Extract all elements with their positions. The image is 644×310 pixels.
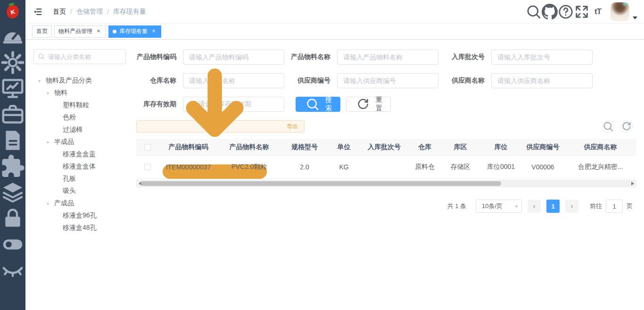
dashboard-icon[interactable]	[0, 24, 25, 50]
table-header-cell: 供应商编号	[521, 139, 564, 155]
tree-node[interactable]: ▾色粉	[33, 111, 134, 124]
close-tab-icon[interactable]: ×	[95, 28, 102, 35]
fullscreen-icon[interactable]	[574, 4, 590, 20]
search-icon[interactable]	[526, 4, 542, 20]
caret-down-icon	[633, 17, 637, 19]
export-button[interactable]: 导出	[136, 120, 305, 133]
tab-label: 库存现有量	[119, 27, 148, 35]
tab-inventory-on-hand[interactable]: 库存现有量×	[108, 25, 161, 38]
work-area: 产品物料编码产品物料名称入库批次号仓库名称供应商编号供应商名称库存有效期请选择库…	[134, 40, 644, 310]
breadcrumb: 首页/仓储管理/库存现有量	[53, 8, 146, 16]
tab-label: 物料产品管理	[58, 27, 92, 35]
tree-node[interactable]: ▾半成品	[33, 136, 134, 148]
tree-node[interactable]: ▾物料	[33, 87, 134, 99]
table-cell: V00006	[521, 156, 564, 178]
inventory-table: 产品物料编码产品物料名称规格型号单位入库批次号仓库库区库位供应商编号供应商名称 …	[136, 139, 636, 187]
row-select-cell	[136, 156, 159, 178]
category-tree-panel: ▾物料及产品分类▾物料▾塑料颗粒▾色粉▾过滤棉▾半成品▾移液盒盒盖▾移液盒盒体▾…	[25, 40, 134, 310]
filter-label-supplier-code: 供应商编号	[290, 76, 330, 85]
puzzle-icon[interactable]	[0, 153, 25, 179]
tab-material-product-management[interactable]: 物料产品管理×	[54, 25, 106, 38]
tree-node[interactable]: ▾移液盒48孔	[33, 222, 134, 234]
page-size-select[interactable]: 10条/页 ▾	[476, 200, 522, 213]
settings-gear-icon[interactable]	[0, 50, 25, 75]
tree-node[interactable]: ▾移液盒盒盖	[33, 148, 134, 160]
user-menu[interactable]	[611, 2, 637, 21]
tree-node[interactable]: ▾孔板	[33, 173, 134, 185]
page-size-value: 10条/页	[482, 202, 503, 210]
chevron-down-icon: ▾	[515, 203, 518, 209]
refresh-table-button[interactable]	[620, 120, 633, 133]
category-search-input[interactable]	[33, 49, 126, 64]
tree-expand-arrow-icon[interactable]: ▾	[47, 140, 54, 145]
search-button-label: 搜索	[324, 96, 333, 113]
tree-node[interactable]: ▾塑料颗粒	[33, 99, 134, 111]
page-number-button[interactable]: 1	[546, 200, 560, 213]
scroll-right-arrow-icon[interactable]	[629, 180, 636, 187]
filter-input-inbound-batch-no[interactable]	[491, 50, 593, 65]
row-checkbox[interactable]	[144, 164, 151, 170]
search-button[interactable]: 搜索	[296, 97, 340, 112]
breadcrumb-item[interactable]: 首页	[53, 8, 66, 16]
user-avatar[interactable]	[611, 2, 629, 21]
tab-home[interactable]: 首页	[32, 25, 52, 38]
page-unit-label: 页	[627, 202, 633, 210]
tree-node[interactable]: ▾物料及产品分类	[33, 75, 134, 87]
table-cell: 合肥龙兴精密...	[564, 156, 636, 178]
toggle-icon[interactable]	[0, 231, 25, 257]
goto-label: 前往	[590, 202, 602, 210]
filter-input-product-material-name[interactable]	[337, 50, 438, 65]
github-icon[interactable]	[542, 4, 558, 20]
lock-icon[interactable]	[0, 205, 25, 231]
table-header-cell: 库区	[440, 139, 480, 155]
tree-node-label: 移液盒48孔	[63, 224, 97, 232]
monitor-chart-icon[interactable]	[0, 75, 25, 101]
font-size-icon[interactable]: tT	[590, 4, 606, 20]
filter-input-supplier-code[interactable]	[337, 73, 438, 88]
select-all-checkbox[interactable]	[144, 144, 151, 151]
tree-node[interactable]: ▾产成品	[33, 197, 134, 209]
briefcase-icon[interactable]	[0, 101, 25, 127]
tree-node-label: 色粉	[63, 113, 76, 122]
tree-node-label: 物料	[54, 89, 67, 97]
filter-field-inbound-batch-no: 入库批次号	[445, 50, 593, 65]
font-size-glyph: tT	[594, 7, 601, 17]
app-logo[interactable]: K	[0, 0, 25, 24]
tree-node-label: 孔板	[63, 175, 76, 183]
filter-field-supplier-code: 供应商编号	[290, 73, 438, 88]
tree-expand-arrow-icon[interactable]: ▾	[38, 78, 46, 84]
breadcrumb-item: 库存现有量	[113, 8, 146, 16]
table-header-cell: 产品物料编码	[159, 139, 218, 155]
navbar-actions: tT	[526, 2, 637, 21]
menu-fold-icon[interactable]	[33, 7, 42, 17]
search-icon	[38, 53, 45, 60]
layers-icon[interactable]	[0, 179, 25, 205]
filter-field-product-material-name: 产品物料名称	[290, 50, 438, 65]
next-page-button[interactable]: ›	[565, 200, 578, 213]
document-icon[interactable]	[0, 127, 25, 153]
table-toolbar: 导出	[136, 120, 636, 133]
tree-node[interactable]: ▾移液盒盒体	[33, 160, 134, 173]
horizontal-scrollbar[interactable]	[136, 180, 636, 187]
tree-node-label: 移液盒96孔	[63, 211, 97, 220]
table-body: ITEM00000037PVC2.0颗粒2.0KG原料仓存储区库位0001V00…	[136, 156, 636, 179]
close-tab-icon[interactable]: ×	[150, 28, 157, 35]
search-icon	[603, 121, 614, 132]
tree-node[interactable]: ▾移液盒96孔	[33, 209, 134, 222]
refresh-icon	[621, 121, 632, 132]
help-icon[interactable]	[558, 4, 574, 20]
goto-page-input[interactable]	[606, 200, 623, 213]
tabs-bar: 首页物料产品管理×库存现有量×	[25, 24, 644, 40]
tree-expand-arrow-icon[interactable]: ▾	[47, 201, 54, 206]
tree-expand-arrow-icon[interactable]: ▾	[47, 91, 54, 96]
table-row[interactable]: ITEM00000037PVC2.0颗粒2.0KG原料仓存储区库位0001V00…	[136, 156, 636, 179]
tree-node[interactable]: ▾过滤棉	[33, 124, 134, 136]
scrollbar-thumb[interactable]	[141, 181, 501, 186]
filter-input-supplier-name[interactable]	[491, 73, 593, 88]
eye-closed-icon[interactable]	[0, 257, 25, 283]
reset-button[interactable]: 重置	[346, 97, 391, 112]
prev-page-button[interactable]: ‹	[528, 200, 541, 213]
tree-node-label: 移液盒盒体	[63, 162, 96, 171]
toggle-search-button[interactable]	[602, 120, 614, 133]
tree-node[interactable]: ▾吸头	[33, 185, 134, 197]
